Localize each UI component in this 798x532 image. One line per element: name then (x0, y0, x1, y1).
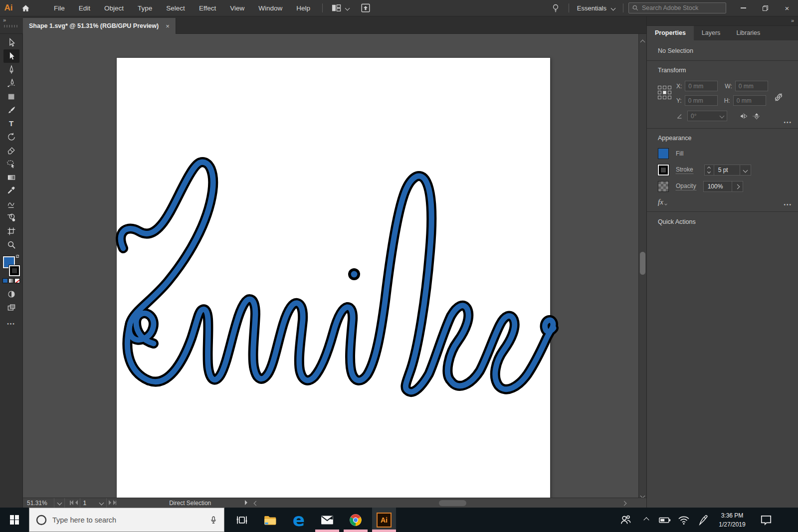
link-dimensions-icon[interactable] (773, 92, 784, 103)
file-explorer-button[interactable] (258, 508, 282, 532)
vertical-scrollbar[interactable] (638, 34, 646, 498)
shaper-tool[interactable] (3, 197, 19, 211)
flip-vertical-icon[interactable] (752, 112, 761, 120)
curvature-tool[interactable] (3, 76, 19, 90)
toolbar-grip[interactable] (4, 25, 19, 27)
workspace-switcher[interactable]: Essentials (574, 0, 618, 16)
menu-effect[interactable]: Effect (192, 0, 223, 16)
stroke-weight-stepper[interactable] (704, 165, 714, 176)
stroke-label[interactable]: Stroke (676, 166, 693, 174)
next-artboard-button[interactable] (109, 500, 111, 507)
menu-edit[interactable]: Edit (72, 0, 97, 16)
flip-horizontal-icon[interactable] (739, 113, 748, 120)
share-icon[interactable] (357, 0, 374, 16)
appearance-more-ellipsis[interactable]: ••• (784, 202, 792, 207)
clock[interactable]: 3:36 PM 1/27/2019 (712, 508, 752, 532)
menu-file[interactable]: File (47, 0, 72, 16)
home-icon[interactable] (17, 3, 34, 13)
fill-stroke-control[interactable] (3, 254, 20, 276)
zoom-level[interactable]: 51.31% (23, 498, 54, 508)
illustrator-button[interactable]: Ai (372, 508, 396, 532)
tab-close-icon[interactable]: × (166, 22, 170, 30)
edge-button[interactable]: e (287, 508, 311, 532)
menu-type[interactable]: Type (131, 0, 159, 16)
scroll-right-icon[interactable] (622, 500, 626, 507)
rectangle-tool[interactable] (3, 90, 19, 103)
panel-collapse-icon[interactable]: » (647, 16, 798, 26)
menu-help[interactable]: Help (289, 0, 317, 16)
fill-swatch[interactable] (658, 148, 669, 159)
close-button[interactable]: × (776, 0, 798, 16)
tab-libraries[interactable]: Libraries (728, 26, 768, 40)
last-artboard-button[interactable] (113, 500, 117, 507)
scroll-up-icon[interactable] (641, 37, 645, 41)
start-button[interactable] (0, 508, 29, 532)
tab-properties[interactable]: Properties (647, 26, 694, 40)
stroke-color-swatch[interactable] (9, 265, 20, 276)
menu-view[interactable]: View (223, 0, 251, 16)
document-tab[interactable]: Shape 1.svg* @ 51.31% (RGB/GPU Preview) … (23, 18, 176, 34)
transform-more-ellipsis[interactable]: ••• (784, 120, 792, 125)
emilee-artwork[interactable] (23, 34, 638, 498)
stroke-swatch[interactable] (658, 165, 669, 176)
zoom-tool[interactable] (3, 238, 19, 251)
toolbar-collapse-icon[interactable]: » (0, 16, 23, 23)
selection-tool[interactable] (3, 36, 19, 49)
menu-object[interactable]: Object (97, 0, 131, 16)
menu-select[interactable]: Select (159, 0, 192, 16)
vertical-scroll-thumb[interactable] (640, 252, 645, 275)
paintbrush-tool[interactable] (3, 103, 19, 117)
color-button[interactable] (2, 278, 8, 283)
action-center-button[interactable] (754, 508, 778, 532)
stroke-weight-value[interactable]: 5 pt (714, 165, 740, 176)
taskbar-search[interactable] (29, 508, 224, 532)
chrome-button[interactable] (344, 508, 368, 532)
direct-selection-tool[interactable] (3, 49, 19, 63)
lasso-tool[interactable] (3, 157, 19, 171)
opacity-expand[interactable] (732, 181, 743, 192)
eyedropper-tool[interactable] (3, 184, 19, 197)
swap-fill-stroke-icon[interactable] (14, 253, 20, 259)
stock-search-input[interactable] (642, 4, 723, 11)
task-view-button[interactable] (230, 508, 254, 532)
opacity-swatch[interactable] (658, 181, 669, 192)
horizontal-scroll-thumb[interactable] (439, 500, 466, 506)
fx-button[interactable]: fx (658, 198, 663, 206)
status-expand-icon[interactable] (245, 500, 247, 507)
more-tools-ellipsis[interactable]: ••• (7, 321, 15, 327)
mail-button[interactable] (315, 508, 339, 532)
gradient-button[interactable] (8, 278, 14, 283)
opacity-label[interactable]: Opacity (676, 182, 696, 190)
first-artboard-button[interactable] (70, 500, 73, 507)
scroll-down-icon[interactable] (641, 491, 645, 495)
pen-tool[interactable] (3, 63, 19, 76)
screen-mode-button[interactable] (3, 287, 19, 301)
stroke-weight-dropdown[interactable] (740, 165, 751, 176)
reference-point-grid[interactable] (658, 86, 671, 121)
battery-icon[interactable] (655, 508, 674, 532)
shape-builder-tool[interactable] (3, 211, 19, 224)
none-button[interactable] (14, 278, 20, 283)
fill-label[interactable]: Fill (676, 150, 683, 157)
rotate-tool[interactable] (3, 130, 19, 144)
pen-icon[interactable] (693, 508, 712, 532)
draw-mode-button[interactable] (3, 301, 19, 314)
canvas-area[interactable] (23, 34, 638, 498)
taskbar-search-input[interactable] (52, 516, 204, 524)
adobe-stock-search[interactable] (628, 2, 726, 13)
discover-lightbulb-icon[interactable] (548, 0, 564, 16)
zoom-dropdown[interactable] (54, 498, 65, 508)
minimize-button[interactable] (732, 0, 754, 16)
opacity-value[interactable]: 100% (703, 181, 732, 192)
wifi-icon[interactable] (674, 508, 693, 532)
people-button[interactable] (614, 508, 636, 532)
scroll-left-icon[interactable] (254, 500, 258, 507)
menu-window[interactable]: Window (251, 0, 289, 16)
artboard-number-field[interactable]: 1 (80, 498, 107, 508)
microphone-icon[interactable] (209, 515, 218, 526)
eraser-tool[interactable] (3, 144, 19, 157)
prev-artboard-button[interactable] (75, 500, 78, 507)
arrange-documents-icon[interactable] (328, 0, 352, 16)
restore-button[interactable] (754, 0, 776, 16)
artboard-tool[interactable] (3, 224, 19, 238)
